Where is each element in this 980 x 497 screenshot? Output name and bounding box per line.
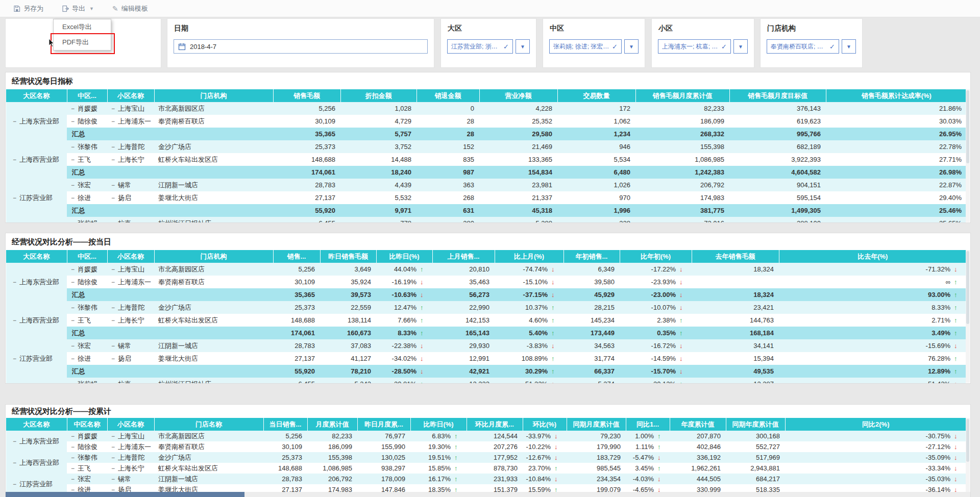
save-as-button[interactable]: 另存为 bbox=[13, 4, 43, 13]
cell: 682,189 bbox=[729, 140, 826, 153]
collapse-icon[interactable]: − bbox=[111, 476, 115, 483]
collapse-icon[interactable]: − bbox=[71, 443, 75, 451]
store-select-dropdown-button[interactable]: ▼ bbox=[842, 39, 856, 54]
subzone-cell: −锡常 bbox=[107, 474, 154, 484]
collapse-icon[interactable]: − bbox=[71, 143, 75, 151]
store-cell: 市北高新园区店 bbox=[154, 263, 273, 276]
edit-template-button[interactable]: ✎ 编辑模板 bbox=[112, 4, 148, 13]
cell: 631 bbox=[416, 204, 479, 217]
cell: 155,398 bbox=[307, 452, 357, 463]
midzone-filter-panel: 中区 张莉娟; 徐进; 张宏; ... ✓ ▼ bbox=[543, 18, 645, 68]
cell: 37,083 bbox=[320, 339, 376, 352]
trend-up-icon: ↑ bbox=[454, 454, 461, 461]
trend-value: -10.07% bbox=[651, 304, 676, 311]
region-select[interactable]: 江苏营业部; 浙江营... ✓ bbox=[447, 39, 513, 54]
collapse-icon[interactable]: − bbox=[71, 105, 75, 112]
collapse-icon[interactable]: − bbox=[71, 266, 75, 273]
collapse-icon[interactable]: − bbox=[71, 182, 75, 189]
store-cell: 市北高新园区店 bbox=[154, 431, 263, 441]
menu-item-pdf-export[interactable]: PDF导出 bbox=[54, 35, 111, 50]
collapse-icon[interactable]: − bbox=[13, 481, 16, 488]
collapse-icon[interactable]: − bbox=[111, 304, 115, 311]
menu-item-excel-export[interactable]: Excel导出 bbox=[54, 19, 111, 35]
summary-row: 汇总35,36539,573-10.63%↓56,273-37.15%↓45,9… bbox=[6, 288, 966, 301]
date-input[interactable]: 2018-4-7 bbox=[174, 39, 428, 54]
collapse-icon[interactable]: − bbox=[111, 355, 115, 362]
cell: -51.22%↓ bbox=[495, 378, 564, 383]
scrollbar-thumb[interactable] bbox=[966, 251, 969, 324]
collapse-icon[interactable]: − bbox=[13, 118, 16, 125]
midzone-cell: −肖媛媛 bbox=[67, 263, 107, 276]
collapse-icon[interactable]: − bbox=[71, 381, 75, 384]
cell: 35,365 bbox=[273, 128, 340, 140]
trend-value: 0.35% bbox=[657, 329, 676, 337]
midzone-select-dropdown-button[interactable]: ▼ bbox=[624, 39, 639, 54]
vertical-scrollbar[interactable] bbox=[966, 250, 970, 383]
collapse-icon[interactable]: − bbox=[71, 194, 75, 202]
collapse-icon[interactable]: − bbox=[13, 317, 16, 324]
scrollbar-thumb[interactable] bbox=[6, 492, 244, 497]
collapse-icon[interactable]: − bbox=[71, 304, 75, 311]
trend-up-icon: ↑ bbox=[657, 464, 665, 472]
collapse-icon[interactable]: − bbox=[111, 105, 115, 112]
cell: 172 bbox=[557, 102, 635, 115]
region-select-dropdown-button[interactable]: ▼ bbox=[516, 39, 530, 54]
collapse-icon[interactable]: − bbox=[13, 156, 16, 163]
collapse-icon[interactable]: − bbox=[111, 266, 115, 273]
midzone-select[interactable]: 张莉娟; 徐进; 张宏; ... ✓ bbox=[549, 39, 622, 54]
cell-label: 王飞 bbox=[78, 156, 91, 163]
collapse-icon[interactable]: − bbox=[111, 443, 115, 451]
collapse-icon[interactable]: − bbox=[111, 220, 115, 223]
collapse-icon[interactable]: − bbox=[13, 194, 16, 202]
collapse-icon[interactable]: − bbox=[71, 433, 75, 440]
cell: 168,184 bbox=[692, 327, 779, 339]
store-select[interactable]: 奉贤南桥百联店; 姜... ✓ bbox=[767, 39, 839, 54]
midzone-cell: −张黎伟 bbox=[67, 452, 107, 463]
horizontal-scrollbar[interactable] bbox=[6, 492, 970, 497]
collapse-icon[interactable]: − bbox=[13, 438, 16, 445]
summary-row: 汇总55,92078,210-28.50%↓42,92130.29%↑66,33… bbox=[6, 365, 966, 378]
collapse-icon[interactable]: − bbox=[111, 342, 115, 350]
subzone-select[interactable]: 上海浦东一; 杭嘉; 锡... ✓ bbox=[658, 39, 731, 54]
export-button[interactable]: 导出 ▼ bbox=[62, 4, 94, 13]
trend-value: -37.15% bbox=[523, 291, 548, 299]
vertical-scrollbar[interactable] bbox=[966, 418, 970, 496]
scrollbar-thumb[interactable] bbox=[966, 90, 969, 163]
collapse-icon[interactable]: − bbox=[71, 454, 75, 461]
cell: 25,373 bbox=[263, 452, 307, 463]
collapse-icon[interactable]: − bbox=[111, 279, 115, 286]
collapse-icon[interactable]: − bbox=[71, 355, 75, 362]
collapse-icon[interactable]: − bbox=[71, 220, 75, 223]
collapse-icon[interactable]: − bbox=[111, 317, 115, 324]
collapse-icon[interactable]: − bbox=[13, 355, 16, 362]
subzone-cell: −上海浦东一 bbox=[107, 115, 154, 128]
scrollbar-thumb[interactable] bbox=[966, 419, 969, 462]
collapse-icon[interactable]: − bbox=[13, 279, 16, 286]
collapse-icon[interactable]: − bbox=[111, 465, 115, 472]
collapse-icon[interactable]: − bbox=[71, 342, 75, 350]
collapse-icon[interactable]: − bbox=[111, 381, 115, 384]
subzone-select-dropdown-button[interactable]: ▼ bbox=[733, 39, 748, 54]
collapse-icon[interactable]: − bbox=[111, 182, 115, 189]
collapse-icon[interactable]: − bbox=[111, 454, 115, 461]
collapse-icon[interactable]: − bbox=[71, 156, 75, 163]
subzone-cell: −杭嘉 bbox=[107, 378, 154, 383]
vertical-scrollbar[interactable] bbox=[966, 89, 970, 222]
collapse-icon[interactable]: − bbox=[111, 118, 115, 125]
midzone-cell: −张黎伟 bbox=[67, 140, 107, 153]
collapse-icon[interactable]: − bbox=[111, 433, 115, 440]
collapse-icon[interactable]: − bbox=[111, 194, 115, 202]
collapse-icon[interactable]: − bbox=[71, 118, 75, 125]
trend-value: 12.47% bbox=[394, 304, 416, 311]
collapse-icon[interactable]: − bbox=[71, 476, 75, 483]
collapse-icon[interactable]: − bbox=[111, 143, 115, 151]
collapse-icon[interactable]: − bbox=[111, 156, 115, 163]
data-grid: 大区名称中区...小区名称门店机构销售...昨日销售毛额比昨日(%)上月销售..… bbox=[6, 250, 966, 383]
collapse-icon[interactable]: − bbox=[71, 279, 75, 286]
cell: 16.17%↑ bbox=[410, 474, 467, 484]
cell: 444,505 bbox=[670, 474, 726, 484]
collapse-icon[interactable]: − bbox=[13, 459, 16, 466]
collapse-icon[interactable]: − bbox=[71, 317, 75, 324]
summary-label-cell: 汇总 bbox=[67, 128, 273, 140]
collapse-icon[interactable]: − bbox=[71, 465, 75, 472]
